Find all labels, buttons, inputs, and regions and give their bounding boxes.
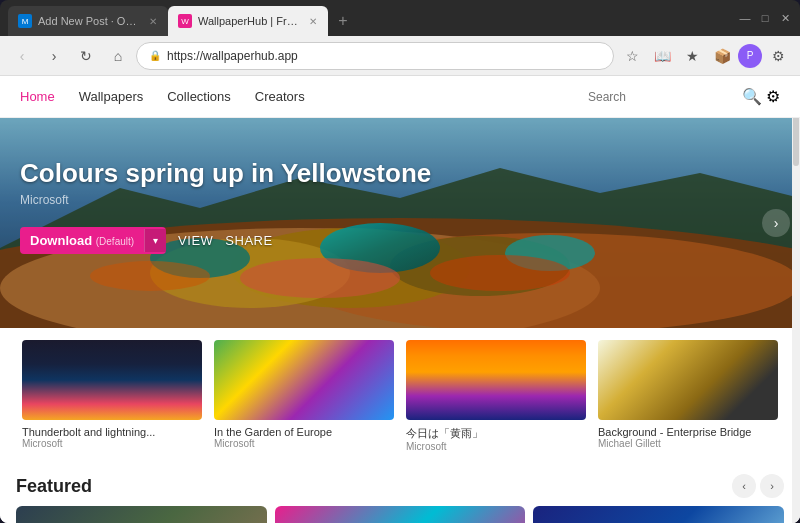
search-icon[interactable]: 🔍 [742, 87, 762, 106]
browser-window: M Add New Post · OnMSFT.com · ✕ W Wallpa… [0, 0, 800, 523]
thumbnail-item-4[interactable]: Background - Enterprise Bridge Michael G… [592, 340, 784, 452]
tab-close-wallpaperhub[interactable]: ✕ [308, 13, 318, 29]
tab-close-onmsft[interactable]: ✕ [147, 13, 158, 29]
featured-card-1[interactable] [16, 506, 267, 523]
thumbnail-author-3: Microsoft [406, 441, 586, 452]
refresh-button[interactable]: ↻ [72, 42, 100, 70]
thumbnail-image-2 [214, 340, 394, 420]
download-label: Download (Default) [20, 227, 144, 254]
thumbnail-title-1: Thunderbolt and lightning... [22, 426, 202, 438]
thumbnail-image-4 [598, 340, 778, 420]
share-button[interactable]: SHARE [225, 233, 272, 248]
tab-onmsft[interactable]: M Add New Post · OnMSFT.com · ✕ [8, 6, 168, 36]
view-button[interactable]: VIEW [178, 233, 213, 248]
close-button[interactable]: ✕ [778, 11, 792, 25]
settings-button[interactable]: ⚙ [764, 42, 792, 70]
hero-subtitle: Microsoft [20, 193, 780, 207]
reading-button[interactable]: 📖 [648, 42, 676, 70]
thumbnail-image-1 [22, 340, 202, 420]
collections-button[interactable]: 📦 [708, 42, 736, 70]
thumbnail-item-1[interactable]: Thunderbolt and lightning... Microsoft [16, 340, 208, 452]
home-button[interactable]: ⌂ [104, 42, 132, 70]
thumbnail-author-2: Microsoft [214, 438, 394, 449]
hero-actions: Download (Default) ▾ VIEW SHARE [20, 227, 780, 254]
thumbnail-author-4: Michael Gillett [598, 438, 778, 449]
navigation-bar: ‹ › ↻ ⌂ 🔒 https://wallpaperhub.app ☆ 📖 ★… [0, 36, 800, 76]
thumbnail-author-1: Microsoft [22, 438, 202, 449]
maximize-button[interactable]: □ [758, 11, 772, 25]
site-settings-icon[interactable]: ⚙ [766, 87, 780, 106]
hero-section: Colours spring up in Yellowstone Microso… [0, 118, 800, 328]
new-tab-button[interactable]: + [328, 6, 358, 36]
thumbnail-title-4: Background - Enterprise Bridge [598, 426, 778, 438]
thumbnails-row: Thunderbolt and lightning... Microsoft I… [0, 328, 800, 464]
profile-avatar[interactable]: P [738, 44, 762, 68]
tab-favicon-wallpaperhub: W [178, 14, 192, 28]
nav-right-icons: ☆ 📖 ★ 📦 P ⚙ [618, 42, 792, 70]
thumbnail-title-2: In the Garden of Europe [214, 426, 394, 438]
featured-cards [16, 506, 784, 523]
featured-next-button[interactable]: › [760, 474, 784, 498]
thumbnail-image-3 [406, 340, 586, 420]
nav-wallpapers[interactable]: Wallpapers [79, 85, 144, 108]
tab-wallpaperhub[interactable]: W WallpaperHub | Free wallpapers... ✕ [168, 6, 328, 36]
hero-content: Colours spring up in Yellowstone Microso… [0, 118, 800, 274]
tab-title-wallpaperhub: WallpaperHub | Free wallpapers... [198, 15, 302, 27]
featured-nav: ‹ › [732, 474, 784, 498]
window-controls: — □ ✕ [730, 0, 800, 36]
tab-title-onmsft: Add New Post · OnMSFT.com · [38, 15, 141, 27]
thumbnail-title-3: 今日は「黄雨」 [406, 426, 586, 441]
star-button[interactable]: ☆ [618, 42, 646, 70]
nav-collections[interactable]: Collections [167, 85, 231, 108]
site-search[interactable]: 🔍 ⚙ [588, 87, 780, 106]
featured-title: Featured [16, 476, 92, 497]
thumbnail-item-3[interactable]: 今日は「黄雨」 Microsoft [400, 340, 592, 452]
back-button[interactable]: ‹ [8, 42, 36, 70]
tab-favicon-onmsft: M [18, 14, 32, 28]
thumbnail-item-2[interactable]: In the Garden of Europe Microsoft [208, 340, 400, 452]
search-input[interactable] [588, 90, 738, 104]
download-button[interactable]: Download (Default) ▾ [20, 227, 166, 254]
featured-section: Featured ‹ › [0, 464, 800, 523]
download-dropdown-arrow[interactable]: ▾ [144, 229, 166, 252]
website-content: Home Wallpapers Collections Creators 🔍 ⚙ [0, 76, 800, 523]
forward-button[interactable]: › [40, 42, 68, 70]
nav-home[interactable]: Home [20, 85, 55, 108]
hero-title: Colours spring up in Yellowstone [20, 158, 780, 189]
favorites-button[interactable]: ★ [678, 42, 706, 70]
title-bar: M Add New Post · OnMSFT.com · ✕ W Wallpa… [0, 0, 800, 36]
featured-card-3[interactable] [533, 506, 784, 523]
lock-icon: 🔒 [149, 50, 161, 61]
featured-prev-button[interactable]: ‹ [732, 474, 756, 498]
tabs-area: M Add New Post · OnMSFT.com · ✕ W Wallpa… [0, 0, 730, 36]
nav-creators[interactable]: Creators [255, 85, 305, 108]
address-bar[interactable]: 🔒 https://wallpaperhub.app [136, 42, 614, 70]
minimize-button[interactable]: — [738, 11, 752, 25]
site-nav: Home Wallpapers Collections Creators 🔍 ⚙ [0, 76, 800, 118]
hero-next-arrow[interactable]: › [762, 209, 790, 237]
url-text: https://wallpaperhub.app [167, 49, 601, 63]
featured-card-2[interactable] [275, 506, 526, 523]
featured-header: Featured ‹ › [16, 474, 784, 498]
